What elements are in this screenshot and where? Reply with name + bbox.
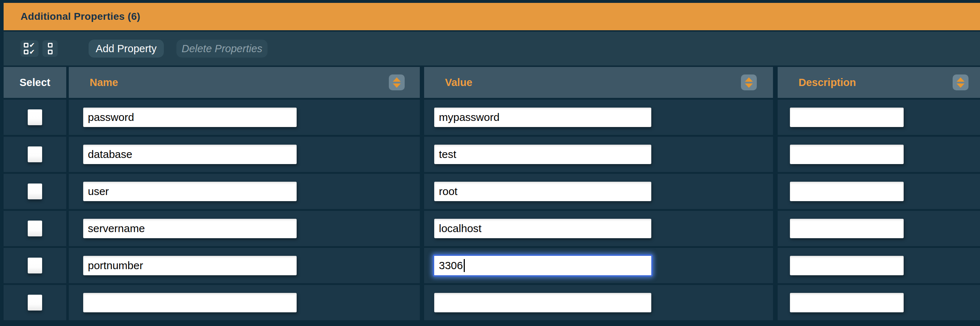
value-cell <box>424 100 773 135</box>
description-cell <box>778 248 980 283</box>
value-cell <box>424 285 773 320</box>
value-cell <box>424 174 773 209</box>
sort-description-button[interactable] <box>953 75 969 90</box>
description-cell <box>778 174 980 209</box>
column-divider <box>66 285 69 320</box>
property-description-input[interactable] <box>790 219 904 238</box>
column-divider <box>773 137 778 172</box>
additional-properties-panel: Additional Properties (6) ✔ ✔ Add Proper… <box>3 3 980 320</box>
sort-up-icon <box>745 77 753 82</box>
row-checkbox[interactable] <box>28 110 42 125</box>
select-cell <box>3 285 66 320</box>
add-property-button[interactable]: Add Property <box>89 40 164 57</box>
column-divider <box>773 174 778 209</box>
row-checkbox[interactable] <box>28 146 42 162</box>
value-cell: 3306 <box>424 248 773 283</box>
property-name-input[interactable] <box>83 182 297 201</box>
property-value-input[interactable] <box>434 108 651 127</box>
column-divider <box>773 248 778 283</box>
column-divider <box>420 100 424 135</box>
panel-title: Additional Properties (6) <box>21 11 140 22</box>
property-name-input[interactable] <box>83 108 297 127</box>
column-divider <box>420 248 424 283</box>
column-header-select: Select <box>3 67 66 98</box>
property-description-input[interactable] <box>790 293 904 312</box>
panel-title-bar: Additional Properties (6) <box>3 3 980 30</box>
select-cell <box>3 100 66 135</box>
column-divider <box>420 67 424 98</box>
property-value-input[interactable] <box>434 293 651 312</box>
row-checkbox[interactable] <box>28 221 42 236</box>
column-label-select: Select <box>3 76 66 89</box>
property-value-input[interactable] <box>434 219 651 238</box>
column-label-value: Value <box>424 76 473 89</box>
sort-down-icon <box>956 83 964 88</box>
row-checkbox[interactable] <box>28 295 42 310</box>
select-cell <box>3 174 66 209</box>
name-cell <box>69 211 420 246</box>
sort-down-icon <box>393 83 401 88</box>
table-body: 3306 <box>3 100 980 320</box>
description-cell <box>778 211 980 246</box>
table-row <box>3 174 980 209</box>
column-divider <box>420 285 424 320</box>
sort-value-button[interactable] <box>741 75 757 90</box>
value-cell <box>424 211 773 246</box>
table-row <box>3 285 980 320</box>
select-cell <box>3 137 66 172</box>
table-row: 3306 <box>3 248 980 283</box>
property-name-input[interactable] <box>83 219 297 238</box>
name-cell <box>69 137 420 172</box>
column-divider <box>66 248 69 283</box>
delete-properties-button[interactable]: Delete Properties <box>177 40 267 57</box>
column-divider <box>420 174 424 209</box>
property-value-input[interactable] <box>434 182 651 201</box>
select-all-button[interactable]: ✔ ✔ <box>21 40 38 57</box>
sort-down-icon <box>745 83 753 88</box>
column-divider <box>420 211 424 246</box>
deselect-all-button[interactable] <box>43 40 57 57</box>
column-label-name: Name <box>69 76 118 89</box>
table-row <box>3 100 980 135</box>
property-name-input[interactable] <box>83 145 297 164</box>
column-divider <box>66 174 69 209</box>
select-cell <box>3 211 66 246</box>
column-header-value: Value <box>424 67 773 98</box>
column-divider <box>66 100 69 135</box>
property-value-input[interactable]: 3306 <box>433 254 653 277</box>
column-divider <box>773 100 778 135</box>
property-name-input[interactable] <box>83 293 297 312</box>
description-cell <box>778 100 980 135</box>
row-checkbox[interactable] <box>28 183 42 199</box>
property-description-input[interactable] <box>790 182 904 201</box>
sort-up-icon <box>956 77 964 82</box>
sort-up-icon <box>393 77 401 82</box>
description-cell <box>778 137 980 172</box>
text-cursor <box>464 259 465 272</box>
column-divider <box>420 137 424 172</box>
property-description-input[interactable] <box>790 256 904 275</box>
table-row <box>3 211 980 246</box>
column-header-name: Name <box>69 67 420 98</box>
property-description-input[interactable] <box>790 145 904 164</box>
column-label-description: Description <box>778 76 856 89</box>
sort-name-button[interactable] <box>389 75 405 90</box>
name-cell <box>69 248 420 283</box>
value-cell <box>424 137 773 172</box>
row-checkbox[interactable] <box>28 258 42 274</box>
column-divider <box>66 211 69 246</box>
select-all-checkboxes-icon: ✔ ✔ <box>24 43 35 55</box>
deselect-all-checkboxes-icon <box>48 43 52 55</box>
property-name-input[interactable] <box>83 256 297 275</box>
select-cell <box>3 248 66 283</box>
toolbar: ✔ ✔ Add Property Delete Properties <box>3 32 980 65</box>
property-value-input[interactable] <box>434 145 651 164</box>
table-row <box>3 137 980 172</box>
name-cell <box>69 174 420 209</box>
name-cell <box>69 100 420 135</box>
description-cell <box>778 285 980 320</box>
property-description-input[interactable] <box>790 108 904 127</box>
column-divider <box>66 137 69 172</box>
column-header-description: Description <box>778 67 980 98</box>
column-divider <box>773 67 778 98</box>
